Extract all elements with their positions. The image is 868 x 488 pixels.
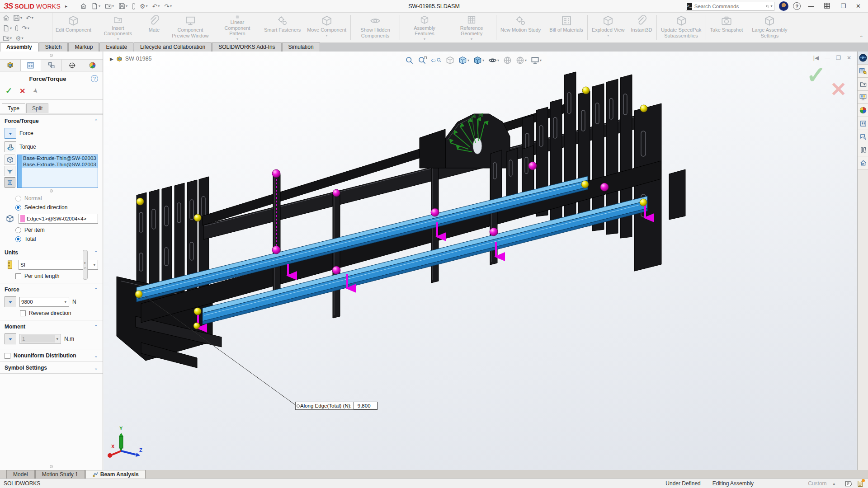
search-caret-icon[interactable]: ▾ xyxy=(770,4,772,8)
tab-model[interactable]: Model xyxy=(6,470,35,479)
file-explorer-icon[interactable] xyxy=(858,78,868,91)
previous-view-icon[interactable]: ⇦ xyxy=(429,56,443,65)
panel-flyout-splitter[interactable]: ▸ xyxy=(83,250,88,280)
search-input[interactable] xyxy=(693,4,766,9)
large-assembly-settings-button[interactable]: Large Assembly Settings xyxy=(746,14,793,42)
selection-item[interactable]: Base-Extrude-Thin@SW-02003 xyxy=(22,155,98,161)
custom-properties-icon[interactable] xyxy=(858,117,868,130)
minimize-button[interactable]: — xyxy=(805,3,816,9)
force-value-combo[interactable]: 9800 ▾ xyxy=(19,297,69,307)
capsule-icon-small[interactable] xyxy=(15,25,18,31)
ok-button[interactable]: ✓ xyxy=(5,86,12,96)
view-palette-icon[interactable] xyxy=(858,91,868,104)
edit-component-button[interactable]: Edit Component xyxy=(52,14,94,42)
new-document-button[interactable]: ▾ xyxy=(90,2,102,10)
faces-selection-icon[interactable] xyxy=(5,155,15,165)
reverse-direction-checkbox[interactable] xyxy=(20,310,26,316)
panel-top-splitter[interactable] xyxy=(0,52,103,60)
panel-help-icon[interactable]: ? xyxy=(91,75,98,82)
close-button[interactable]: ✕ xyxy=(853,3,863,9)
update-speedpak-button[interactable]: Update SpeedPak Subassemblies xyxy=(658,14,705,42)
mate-button[interactable]: Mate xyxy=(142,14,167,42)
take-snapshot-button[interactable]: Take Snapshot xyxy=(707,14,746,42)
configuration-manager-tab[interactable] xyxy=(41,60,62,71)
reference-geometry-button[interactable]: Reference Geometry▾ xyxy=(448,14,495,42)
section-view-icon[interactable] xyxy=(444,55,456,66)
confirmation-cancel-icon[interactable]: ✕ xyxy=(830,80,847,99)
force-torque-section-header[interactable]: Force/Torque ⌃ xyxy=(0,114,103,127)
bill-of-materials-button[interactable]: Bill of Materials xyxy=(546,14,586,42)
ribbon-collapse-chevron[interactable]: ⌃ xyxy=(855,35,868,42)
per-unit-length-checkbox[interactable] xyxy=(15,273,21,279)
callout-value[interactable]: 9,800 xyxy=(354,402,377,410)
assembly-features-button[interactable]: Assembly Features▾ xyxy=(401,14,448,42)
capsule-icon[interactable] xyxy=(130,2,137,10)
doc-minimize-icon[interactable]: — xyxy=(825,55,830,61)
user-avatar[interactable] xyxy=(779,1,788,11)
resources-home-icon[interactable] xyxy=(858,156,868,169)
listbox-resize-handle[interactable] xyxy=(0,189,103,194)
doc-restore-icon[interactable]: ❐ xyxy=(836,55,841,61)
display-style-icon[interactable]: ▾ xyxy=(472,55,486,66)
custom-toolbar-selector[interactable]: Custom ▴ xyxy=(808,480,845,487)
symbol-settings-section-header[interactable]: Symbol Settings ⌄ xyxy=(0,361,103,374)
graphics-viewport[interactable]: X Y Z ▶ SW-01985 ⇦ ▾ ▾ ▾ ▾ ▾ |◀ — ❐ ✕ ✓ … xyxy=(104,52,857,470)
notifications-icon[interactable] xyxy=(857,480,863,487)
3dexperience-icon[interactable] xyxy=(858,52,868,65)
library-icon[interactable] xyxy=(858,143,868,156)
smart-fasteners-button[interactable]: Smart Fasteners xyxy=(261,14,304,42)
show-hidden-components-button[interactable]: Show Hidden Components xyxy=(352,14,399,42)
view-settings-icon[interactable]: ▾ xyxy=(529,55,543,66)
save-button-small[interactable]: ▾ xyxy=(13,14,22,21)
force-section-header[interactable]: Force ⌃ xyxy=(0,283,103,295)
redo-button-small[interactable]: ↷▾ xyxy=(22,25,29,31)
doc-close-icon[interactable]: ✕ xyxy=(847,55,851,61)
home-button-small[interactable] xyxy=(3,14,9,21)
exploded-view-button[interactable]: Exploded View▾ xyxy=(589,14,628,42)
options-button-small[interactable]: ⚙▾ xyxy=(15,35,24,42)
insert-components-button[interactable]: Insert Components▾ xyxy=(94,14,142,42)
new-document-button-small[interactable]: ▾ xyxy=(3,25,12,32)
tab-sketch[interactable]: Sketch xyxy=(39,42,68,52)
moment-section-header[interactable]: Moment ⌃ xyxy=(0,320,103,332)
edit-appearance-icon[interactable] xyxy=(502,55,513,66)
beam-selection-icon[interactable] xyxy=(5,177,15,188)
tab-evaluate[interactable]: Evaluate xyxy=(99,42,133,52)
home-button[interactable] xyxy=(78,2,89,10)
search-commands-box[interactable]: >_ ▾ xyxy=(686,2,774,11)
instant3d-button[interactable]: Instant3D xyxy=(627,14,655,42)
apply-scene-icon[interactable]: ▾ xyxy=(514,55,528,66)
new-motion-study-button[interactable]: New Motion Study xyxy=(497,14,544,42)
design-library-icon[interactable] xyxy=(858,65,868,78)
save-button[interactable]: ▾ xyxy=(117,2,129,10)
pin-button[interactable]: ➤ xyxy=(31,86,40,95)
force-callout[interactable]: Along Edge(Total) (N): 9,800 xyxy=(295,402,377,410)
nonuniform-checkbox[interactable] xyxy=(5,353,10,359)
hide-show-items-icon[interactable]: ▾ xyxy=(487,55,500,66)
forum-icon[interactable] xyxy=(858,130,868,143)
force-type-button[interactable] xyxy=(5,128,16,139)
assembly-model[interactable]: X Y Z xyxy=(104,52,857,470)
total-radio[interactable] xyxy=(15,236,21,242)
appearances-icon[interactable] xyxy=(858,104,868,117)
torque-type-button[interactable] xyxy=(5,141,16,152)
nonuniform-section-header[interactable]: Nonuniform Distribution ⌄ xyxy=(0,349,103,361)
tab-addins[interactable]: SOLIDWORKS Add-Ins xyxy=(212,42,281,52)
vertex-selection-icon[interactable] xyxy=(5,166,15,176)
doc-collapse-icon[interactable]: |◀ xyxy=(813,55,819,61)
search-icon[interactable] xyxy=(766,4,769,9)
tile-windows-button[interactable] xyxy=(821,2,833,10)
tab-lifecycle[interactable]: Lifecycle and Collaboration xyxy=(134,42,212,52)
open-button[interactable]: ▾ xyxy=(103,2,116,10)
cancel-button[interactable]: ✕ xyxy=(19,87,25,95)
logo-flyout-arrow[interactable]: ▸ xyxy=(65,4,67,9)
open-button-small[interactable]: ▾ xyxy=(3,35,12,42)
view-orientation-icon[interactable]: ▾ xyxy=(457,55,471,66)
move-component-button[interactable]: Move Component▾ xyxy=(304,14,349,42)
selection-scrollbar[interactable] xyxy=(18,155,22,188)
tab-simulation[interactable]: Simulation xyxy=(282,42,320,52)
undo-button[interactable]: ↶▾ xyxy=(151,2,162,10)
per-item-radio[interactable] xyxy=(15,227,21,233)
display-manager-tab[interactable] xyxy=(82,60,103,71)
quick-tips-icon[interactable] xyxy=(845,480,853,487)
